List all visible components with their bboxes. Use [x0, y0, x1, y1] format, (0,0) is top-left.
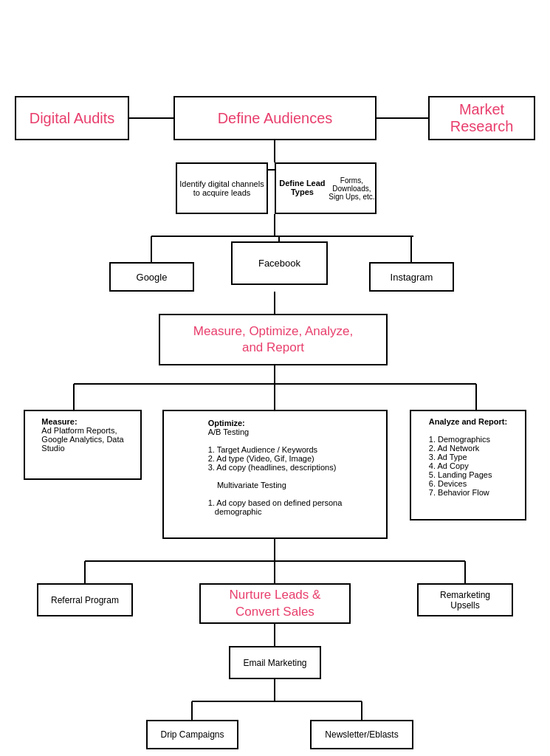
- define-lead-types-title: Define Lead Types: [276, 179, 329, 196]
- remarketing-box: Remarketing Upsells: [417, 583, 513, 616]
- optimize-detail-text: Optimize:A/B Testing 1. Target Audience …: [208, 419, 343, 516]
- define-audiences-box: Define Audiences: [173, 96, 377, 140]
- referral-program-box: Referral Program: [37, 583, 133, 616]
- define-lead-types-sub: Forms, Downloads,Sign Ups, etc.: [329, 176, 375, 201]
- diagram: Digital Audits Define Audiences Market R…: [0, 0, 550, 44]
- drip-campaigns-box: Drip Campaigns: [146, 720, 238, 749]
- analyze-detail-text: Analyze and Report: 1. Demographics 2. A…: [429, 417, 507, 497]
- email-marketing-box: Email Marketing: [229, 646, 321, 679]
- measure-optimize-box: Measure, Optimize, Analyze, and Report: [159, 314, 388, 365]
- instagram-box: Instagram: [369, 262, 454, 292]
- newsletter-box: Newsletter/Eblasts: [310, 720, 413, 749]
- digital-audits-box: Digital Audits: [15, 96, 129, 140]
- identify-digital-box: Identify digital channels to acquire lea…: [176, 162, 268, 214]
- facebook-box: Facebook: [231, 241, 328, 285]
- define-lead-types-box: Define Lead Types Forms, Downloads,Sign …: [275, 162, 377, 214]
- analyze-detail-box: Analyze and Report: 1. Demographics 2. A…: [410, 410, 526, 520]
- google-box: Google: [109, 262, 194, 292]
- market-research-box: Market Research: [428, 96, 535, 140]
- measure-detail-box: Measure:Ad Platform Reports,Google Analy…: [24, 410, 142, 480]
- measure-detail-text: Measure:Ad Platform Reports,Google Analy…: [41, 417, 123, 453]
- nurture-leads-box: Nurture Leads & Convert Sales: [199, 583, 351, 624]
- optimize-detail-box: Optimize:A/B Testing 1. Target Audience …: [162, 410, 388, 539]
